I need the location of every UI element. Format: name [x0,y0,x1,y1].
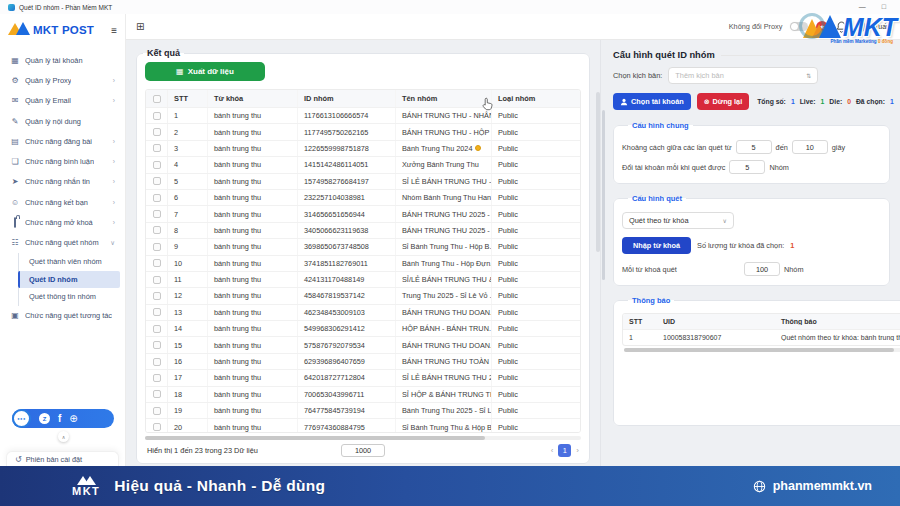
proxy-toggle[interactable] [790,22,808,31]
chevron-icon: › [113,199,115,206]
hamburger-menu-icon[interactable]: ≡ [111,25,117,36]
sidebar-item[interactable]: ➤Chức năng nhắn tin› [5,172,120,192]
table-row[interactable]: 20bánh trung thu776974360884795Sỉ Bánh T… [146,418,580,432]
row-checkbox[interactable] [153,308,161,316]
sidebar-subitem[interactable]: Quét thành viên nhóm [19,253,120,271]
table-row[interactable]: 8bánh trung thu3405066623119638BÁNH TRUN… [146,222,580,238]
sidebar-item[interactable]: ☷Chức năng quét nhóm∨ [5,233,120,253]
row-checkbox[interactable] [153,423,161,431]
sidebar-item[interactable]: ❏Chức năng bình luận› [5,151,120,171]
support-chat-icon[interactable]: ●●● [12,409,31,428]
table-row[interactable]: 17bánh trung thu642018727712804SỈ LẺ BÁN… [146,369,580,385]
log-horizontal-scrollbar[interactable] [624,348,894,352]
row-checkbox[interactable] [153,210,161,218]
table-cell: 575876792079534 [298,337,396,352]
stat-label: Đã chọn: [856,98,885,105]
stop-button[interactable]: ⊗ Dừng lại [697,93,749,110]
sidebar-item[interactable]: ▣Chức năng quét tương tác [5,306,120,326]
row-checkbox[interactable] [153,194,161,202]
enter-keywords-button[interactable]: Nhập từ khoá [622,237,691,254]
table-row[interactable]: 6bánh trung thu232257104038981Nhóm Bánh … [146,189,580,205]
table-row[interactable]: 10bánh trung thu3741851182769011Bánh Tru… [146,255,580,271]
log-row[interactable]: 1100058318790607Quét nhóm theo từ khóa: … [623,329,900,345]
row-checkbox[interactable] [153,374,161,382]
app-icon [8,4,15,11]
sidebar-item[interactable]: Chức năng mở khoá› [5,212,120,232]
table-row[interactable]: 11bánh trung thu424131170488149SỈ/LẺ BÁN… [146,271,580,287]
next-page-button[interactable]: › [576,446,579,455]
mkt-footer-logo: MKT [72,476,100,497]
avatar[interactable] [855,21,866,32]
checkbox-cell [146,370,168,385]
table-row[interactable]: 16bánh trung thu629396896407659BÁNH TRUN… [146,353,580,369]
row-checkbox[interactable] [153,112,161,120]
row-checkbox[interactable] [153,177,161,185]
row-checkbox[interactable] [153,95,161,103]
table-row[interactable]: 12bánh trung thu458467819537142Trung Thu… [146,287,580,303]
table-cell: 2 [168,124,208,139]
row-checkbox[interactable] [153,144,161,152]
row-checkbox[interactable] [153,341,161,349]
sidebar-item[interactable]: ✎Quản lý nội dung [5,111,120,131]
row-checkbox[interactable] [153,292,161,300]
sidebar-item[interactable]: ✉Quản lý Email› [5,91,120,111]
scan-mode-select[interactable]: Quét theo từ khóa ∨ [622,212,734,229]
row-checkbox[interactable] [153,161,161,169]
row-checkbox[interactable] [153,325,161,333]
facebook-icon[interactable]: f [58,413,61,424]
row-checkbox[interactable] [153,407,161,415]
row-checkbox[interactable] [153,259,161,267]
sidebar-subitem[interactable]: Quét ID nhóm [18,271,120,289]
table-row[interactable]: 3bánh trung thu1226559998751878Bánh Trun… [146,140,580,156]
table-row[interactable]: 18bánh trung thu700653043996711SỈ HỘP & … [146,386,580,402]
sidebar-item[interactable]: ▤Chức năng đăng bài› [5,131,120,151]
zalo-icon[interactable]: Z [39,413,50,424]
row-checkbox[interactable] [153,226,161,234]
table-row[interactable]: 14bánh trung thu549968306291412HỘP BÁNH … [146,320,580,336]
table-row[interactable]: 19bánh trung thu764775845739194Bánh Trun… [146,402,580,418]
table-row[interactable]: 9bánh trung thu3698650673748508Sỉ Bánh T… [146,238,580,254]
table-row[interactable]: 1bánh trung thu1176613106666574BÁNH TRUN… [146,107,580,123]
group-name-cell: BÁNH TRUNG THU DOAN... [396,305,492,320]
version-item[interactable]: ↺ Phiên bản cài đặt [6,451,119,466]
checkbox-cell [146,256,168,271]
minimize-button[interactable]: — [859,0,866,14]
current-page-button[interactable]: 1 [558,444,571,457]
website-globe-icon[interactable]: ⊕ [69,413,77,424]
row-checkbox[interactable] [153,390,161,398]
interval-from-input[interactable] [736,140,772,154]
panel-scrollbar[interactable] [602,110,605,280]
row-checkbox[interactable] [153,243,161,251]
social-collapse-button[interactable]: ∧ [58,431,69,442]
export-data-button[interactable]: ▦ Xuất dữ liệu [145,62,265,81]
sidebar-nav: ▦Quản lý tài khoản⚙Quản lý Proxy›✉Quản l… [0,46,125,330]
footer-website[interactable]: phanmemmkt.vn [773,479,872,493]
table-row[interactable]: 4bánh trung thu1415142486114051Xưởng Bán… [146,156,580,172]
choose-account-button[interactable]: Chọn tài khoản [613,93,691,110]
table-row[interactable]: 15bánh trung thu575876792079534BÁNH TRUN… [146,336,580,352]
sidebar-item[interactable]: ⚙Quản lý Proxy› [5,70,120,90]
bell-icon[interactable] [836,21,847,33]
sidebar-subitem[interactable]: Quét thông tin nhóm [19,288,120,306]
scenario-select[interactable]: Thêm kịch bản ⇅ [668,67,818,84]
switch-account-input[interactable] [729,160,765,174]
sidebar-item[interactable]: ☺Chức năng kết bạn› [5,192,120,212]
page-size-input[interactable] [341,444,385,457]
per-keyword-input[interactable] [744,262,780,276]
notification-badge[interactable]: ★ [816,21,828,33]
interval-to-input[interactable] [792,140,828,154]
panel-toggle-icon[interactable]: ⊞ [136,21,144,32]
maximize-button[interactable]: □ [882,0,886,14]
sidebar-item[interactable]: ▦Quản lý tài khoản [5,50,120,70]
table-row[interactable]: 7bánh trung thu314656651656944BÁNH TRUNG… [146,205,580,221]
log-table-body: 1100058318790607Quét nhóm theo từ khóa: … [623,329,900,345]
row-checkbox[interactable] [153,276,161,284]
table-row[interactable]: 5bánh trung thu1574958276684197SỈ LẺ BÁN… [146,173,580,189]
row-checkbox[interactable] [153,358,161,366]
group-type-cell: Public [492,305,580,320]
prev-page-button[interactable]: ‹ [551,446,554,455]
table-row[interactable]: 2bánh trung thu1177495750262165BÁNH TRUN… [146,123,580,139]
table-row[interactable]: 13bánh trung thu462348453009103BÁNH TRUN… [146,304,580,320]
sidebar-item-label: Chức năng nhắn tin [25,177,90,186]
row-checkbox[interactable] [153,128,161,136]
